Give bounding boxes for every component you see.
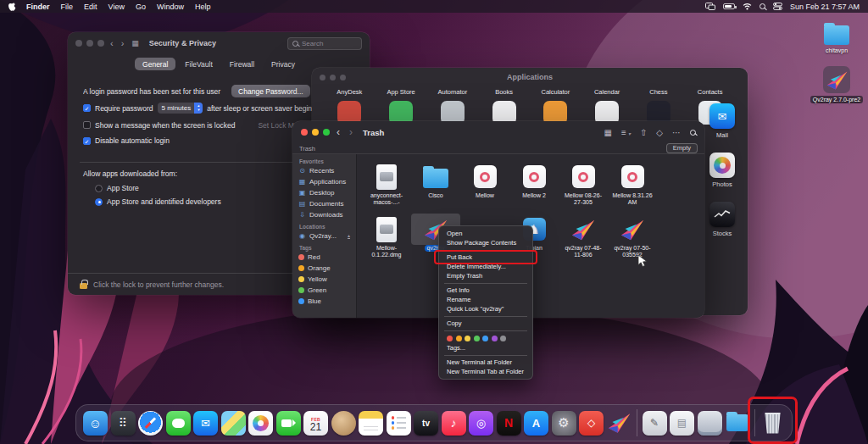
dock-item-messages[interactable] xyxy=(165,410,192,436)
dock-item-photos[interactable] xyxy=(248,410,274,436)
menu-item-new-terminal-tab-at-folder[interactable]: New Terminal Tab at Folder xyxy=(439,367,532,376)
app-calculator[interactable]: Calculator xyxy=(530,88,581,96)
dock-item-calendar[interactable]: FEB21 xyxy=(303,410,329,436)
app-store-radio[interactable] xyxy=(95,185,103,192)
dock-item-music[interactable]: ♪ xyxy=(441,410,467,436)
zoom-button[interactable] xyxy=(97,40,104,47)
spotlight-icon[interactable] xyxy=(760,3,765,9)
share-icon[interactable]: ⇧ xyxy=(640,128,647,137)
icon-view-icon[interactable]: ▦ xyxy=(604,128,612,137)
sidebar-item-recents[interactable]: ⊙Recents xyxy=(292,165,356,176)
menu-item-get-info[interactable]: Get Info xyxy=(439,286,532,295)
search-icon[interactable] xyxy=(690,130,696,136)
apple-menu[interactable] xyxy=(8,2,16,11)
change-password-button[interactable]: Change Password... xyxy=(231,85,310,97)
tag-color-dot[interactable] xyxy=(465,336,470,341)
file-mellow[interactable]: Mellow xyxy=(460,161,509,199)
dock-item-contacts[interactable] xyxy=(331,410,357,436)
forward-icon[interactable]: › xyxy=(349,126,353,138)
list-view-icon[interactable]: ≡▾ xyxy=(621,128,631,137)
show-message-checkbox[interactable] xyxy=(83,121,91,129)
back-icon[interactable]: ‹ xyxy=(110,39,114,47)
zoom-button[interactable] xyxy=(323,129,330,136)
sidebar-item-documents[interactable]: ▤Documents xyxy=(292,198,356,209)
dock-item-app-store[interactable]: A xyxy=(523,410,549,436)
menu-file[interactable]: File xyxy=(61,3,74,11)
file-mellow-0-1-22-dmg[interactable]: Mellow-0.1.22.dmg xyxy=(362,214,411,258)
file-qv2ray-07-50-035592[interactable]: qv2ray 07-50-035592 xyxy=(608,214,657,258)
sidebar-item-downloads[interactable]: ⇩Downloads xyxy=(292,209,356,220)
dock-item-app-2[interactable]: ▤ xyxy=(669,410,695,436)
file-qv2ray-07-48-11-806[interactable]: qv2ray 07-48-11-806 xyxy=(559,214,608,258)
dock-item-anydesk[interactable]: ◇ xyxy=(578,410,604,436)
screen-mirroring-icon[interactable] xyxy=(705,3,715,10)
dock-item-safari[interactable] xyxy=(137,410,164,436)
dock-item-trash[interactable] xyxy=(760,410,786,436)
dock-item-finder[interactable]: ☺ xyxy=(82,410,108,436)
menu-help[interactable]: Help xyxy=(195,3,211,11)
identified-devs-radio[interactable] xyxy=(95,198,103,206)
tag-color-dot[interactable] xyxy=(500,336,506,341)
dock-item-maps[interactable] xyxy=(220,410,247,436)
app-automator[interactable]: Automator xyxy=(427,88,479,96)
back-icon[interactable]: ‹ xyxy=(337,126,340,138)
dock-item-mail[interactable]: ✉ xyxy=(192,410,219,436)
close-button[interactable] xyxy=(301,129,308,136)
tag-color-dot[interactable] xyxy=(474,336,480,341)
sidebar-item-orange[interactable]: Orange xyxy=(292,263,356,274)
sidebar-item-applications[interactable]: ▦Applications xyxy=(292,176,356,187)
tab-filevault[interactable]: FileVault xyxy=(177,58,220,70)
sidebar-item-green[interactable]: Green xyxy=(292,285,356,296)
menu-item-rename[interactable]: Rename xyxy=(439,295,532,304)
menu-item-open[interactable]: Open xyxy=(439,229,532,238)
menu-item-copy[interactable]: Copy xyxy=(439,319,532,328)
menu-item-tags[interactable]: Tags... xyxy=(439,343,532,352)
sidebar-item-yellow[interactable]: Yellow xyxy=(292,274,356,285)
interval-dropdown[interactable]: 5 minutes ▴▾ xyxy=(158,103,203,114)
sidebar-item-qv2ray[interactable]: ◉Qv2ray...▴ xyxy=(292,230,356,241)
file-mellow-2[interactable]: Mellow 2 xyxy=(509,161,559,199)
app-books[interactable]: Books xyxy=(478,88,530,96)
minimize-button[interactable] xyxy=(312,129,319,136)
sidebar-item-desktop[interactable]: ▣Desktop xyxy=(292,187,356,198)
menu-window[interactable]: Window xyxy=(157,3,184,11)
menu-view[interactable]: View xyxy=(108,3,125,11)
control-center-icon[interactable] xyxy=(773,3,782,10)
file-cisco[interactable]: Cisco xyxy=(411,161,460,199)
menu-app-name[interactable]: Finder xyxy=(26,3,50,11)
desktop-icon-qv2ray[interactable]: Qv2ray 2.7.0-pre2 xyxy=(816,66,857,103)
dock-item-tv[interactable]: tv xyxy=(413,410,439,436)
dock-item-app-1[interactable]: ✎ xyxy=(642,410,668,436)
disable-auto-login-checkbox[interactable] xyxy=(83,137,91,145)
menu-item-quick-look-qv2ray[interactable]: Quick Look "qv2ray" xyxy=(439,304,532,314)
tag-color-dot[interactable] xyxy=(482,336,488,341)
eject-icon[interactable]: ▴ xyxy=(348,234,350,239)
menu-item-delete-immediately[interactable]: Delete Immediately... xyxy=(439,262,532,271)
dock-item-documents-stack[interactable] xyxy=(697,410,723,436)
tab-firewall[interactable]: Firewall xyxy=(222,58,262,70)
show-all-icon[interactable]: ▦ xyxy=(131,39,139,47)
menu-edit[interactable]: Edit xyxy=(84,3,97,11)
trash-title-bar[interactable]: ‹ › Trash ▦ ≡▾ ⇧ ◇ ⋯ xyxy=(292,121,704,143)
app-contacts[interactable]: Contacts xyxy=(684,88,736,96)
menu-item-empty-trash[interactable]: Empty Trash xyxy=(439,271,532,280)
more-icon[interactable]: ⋯ xyxy=(672,128,681,137)
sidebar-item-red[interactable]: Red xyxy=(292,252,356,263)
dock-item-qv2ray[interactable] xyxy=(606,410,632,436)
close-button[interactable] xyxy=(75,40,82,47)
dock-item-notes[interactable] xyxy=(358,410,384,436)
search-field[interactable]: Search xyxy=(287,37,362,50)
file-mellow-8-31-26-am[interactable]: Mellow 8.31.26 AM xyxy=(608,161,657,206)
minimize-button[interactable] xyxy=(86,40,93,47)
dock-item-system-preferences[interactable]: ⚙ xyxy=(551,410,577,436)
require-password-checkbox[interactable] xyxy=(83,104,91,112)
app-app-store[interactable]: App Store xyxy=(376,88,427,96)
tag-icon[interactable]: ◇ xyxy=(656,128,663,137)
menu-item-new-terminal-at-folder[interactable]: New Terminal at Folder xyxy=(439,358,532,367)
forward-icon[interactable]: › xyxy=(121,39,125,47)
dock-item-podcasts[interactable]: ◎ xyxy=(468,410,494,436)
dock-item-downloads-stack[interactable] xyxy=(724,410,750,436)
sidebar-item-blue[interactable]: Blue xyxy=(292,296,356,307)
file-mellow-08-26-27-305[interactable]: Mellow 08-26-27-305 xyxy=(559,161,608,206)
lock-icon[interactable] xyxy=(80,283,87,289)
